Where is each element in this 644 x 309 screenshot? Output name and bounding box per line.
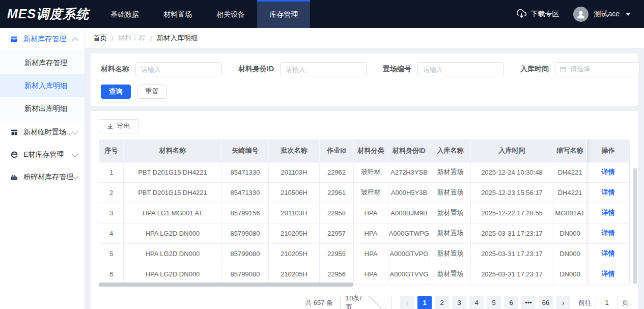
table-cell: 210205H	[269, 264, 320, 284]
table-cell: HPA	[354, 243, 388, 264]
page-button-2[interactable]: 2	[435, 296, 449, 309]
table-cell: 玻纤材	[354, 182, 388, 203]
filter-input-置场编号[interactable]	[417, 62, 504, 76]
detail-link[interactable]: 详情	[602, 249, 615, 257]
table-cell: HPA LG2D DN000	[124, 223, 222, 243]
download-label: 下载专区	[530, 10, 559, 19]
table-cell: A000H5Y3B	[388, 182, 430, 203]
next-page-button[interactable]: ›	[556, 296, 570, 309]
table-cell: HPA LG2D DN000	[124, 243, 222, 264]
column-header-作业Id: 作业Id	[320, 139, 354, 162]
breadcrumb-separator: /	[111, 35, 114, 42]
column-header-序号: 序号	[99, 139, 124, 162]
horizontal-scrollbar-thumb[interactable]	[99, 283, 353, 287]
page-button-3[interactable]: 3	[452, 296, 466, 309]
page-button-66[interactable]: 66	[539, 296, 553, 309]
top-menu-item[interactable]: 相关设备	[204, 0, 257, 28]
page-button-5[interactable]: 5	[487, 296, 501, 309]
table-cell: 210506H	[269, 182, 320, 203]
user-icon	[575, 9, 586, 20]
more-pages-button[interactable]: •••	[521, 296, 536, 309]
table-cell: 2	[99, 182, 124, 203]
content: 材料名称材料身份ID置场编号入库时间请选择 查询 重置 导出	[85, 48, 644, 309]
page-size-value: 10条/页	[346, 294, 367, 309]
action-cell: 详情	[587, 182, 630, 203]
sidebar-group-label: E材库存管理	[23, 150, 73, 159]
detail-link[interactable]: 详情	[602, 270, 615, 277]
page-button-4[interactable]: 4	[469, 296, 484, 309]
table-cell: 85799080	[222, 264, 269, 284]
table-cell: DH4221	[553, 162, 587, 182]
sidebar-item-新材入库明细[interactable]: 新材入库明细	[0, 74, 85, 97]
sidebar-item-新材库存管理[interactable]: 新材库存管理	[0, 51, 85, 74]
inventory-box-icon	[10, 35, 18, 43]
sidebar-group-新材库存管理[interactable]: 新材库存管理	[0, 28, 85, 50]
sidebar-group-新材临时置场...[interactable]: 新材临时置场...	[0, 121, 85, 144]
download-icon	[107, 123, 114, 130]
breadcrumb-item: 材料工程	[118, 34, 146, 43]
table-cell: 新材置场	[430, 223, 471, 243]
table-cell: 22956	[320, 264, 354, 284]
table-cell: DN000	[553, 223, 587, 243]
top-menu-item[interactable]: 材料置场	[151, 0, 204, 28]
sidebar-item-新材出库明细[interactable]: 新材出库明细	[0, 97, 85, 120]
table-cell: HPA	[354, 223, 388, 243]
inbound-date-input[interactable]: 请选择	[555, 62, 639, 76]
page-button-1[interactable]: 1	[417, 296, 432, 309]
table-cell: HPA LG2D DN000	[124, 264, 222, 284]
table-cell: 4	[99, 223, 124, 243]
pagination: 共 657 条 10条/页 ‹123456•••66› 前往 页	[99, 296, 630, 309]
table-cell: 6	[99, 264, 124, 284]
detail-link[interactable]: 详情	[602, 209, 615, 216]
calendar-icon	[559, 66, 567, 73]
breadcrumb: 首页/材料工程/新材入库明细	[85, 28, 644, 48]
column-header-材料身份ID: 材料身份ID	[388, 139, 430, 162]
export-button[interactable]: 导出	[99, 119, 138, 133]
table-cell: 新材置场	[430, 203, 471, 223]
reset-button[interactable]: 重置	[137, 85, 167, 99]
crusher-icon	[10, 173, 18, 181]
table-cell: 85799080	[222, 223, 269, 243]
sidebar-group-粉碎材库存管理[interactable]: 粉碎材库存管理	[0, 166, 85, 188]
horizontal-scrollbar	[99, 283, 629, 287]
filter-actions: 查询 重置	[101, 85, 628, 99]
table-cell: 新材置场	[430, 264, 471, 284]
avatar	[573, 7, 589, 22]
chevron-down-icon	[368, 293, 386, 309]
vertical-scrollbar-thumb[interactable]	[633, 168, 637, 284]
breadcrumb-item[interactable]: 首页	[93, 34, 107, 43]
goto-page-input[interactable]	[596, 296, 618, 309]
table-row: 3HPA LG1 MG001 AT85799156201103H22958HPA…	[99, 203, 630, 223]
table-row: 2PBT D201G15 DH422185471330210506H22961玻…	[99, 182, 630, 203]
table-row: 5HPA LG2D DN00085799080210205H22955HPAA0…	[99, 243, 630, 264]
filter-field: 置场编号	[383, 62, 504, 76]
detail-link[interactable]: 详情	[602, 168, 615, 176]
filter-input-材料名称[interactable]	[135, 62, 222, 76]
table-cell: DN000	[553, 243, 587, 264]
goto-label: 前往	[578, 298, 592, 307]
top-menu-item[interactable]: 库存管理	[257, 0, 310, 28]
table-cell: DH4221	[553, 182, 587, 203]
page-size-select[interactable]: 10条/页	[340, 296, 392, 309]
prev-page-button[interactable]: ‹	[400, 296, 414, 309]
user-name: 测试ace	[594, 10, 620, 19]
table-wrap: 序号材料名称矢崎编号批次名称作业Id材料分类材料身份ID入库名称入库时间缩写名称…	[99, 139, 630, 285]
table-cell: 201103H	[269, 203, 320, 223]
search-button[interactable]: 查询	[101, 85, 131, 99]
top-menu-item[interactable]: 基础数据	[98, 0, 151, 28]
table-cell: 3	[99, 203, 124, 223]
detail-link[interactable]: 详情	[602, 188, 615, 196]
page-button-6[interactable]: 6	[504, 296, 518, 309]
filter-field: 材料身份ID	[238, 62, 367, 76]
filter-input-材料身份ID[interactable]	[280, 62, 367, 76]
detail-link[interactable]: 详情	[602, 229, 615, 237]
user-menu[interactable]: 测试ace	[573, 7, 631, 22]
action-cell: 详情	[587, 223, 630, 243]
page-buttons: ‹123456•••66›	[400, 296, 570, 309]
filter-label: 置场编号	[383, 65, 411, 74]
sidebar-group-label: 新材库存管理	[23, 35, 73, 44]
table-cell: 2025-03-31 17:23:17	[471, 264, 553, 284]
sidebar-group-E材库存管理[interactable]: E材库存管理	[0, 144, 85, 166]
download-area-button[interactable]: 下载专区	[517, 9, 559, 19]
table-cell: MG001AT	[553, 203, 587, 223]
